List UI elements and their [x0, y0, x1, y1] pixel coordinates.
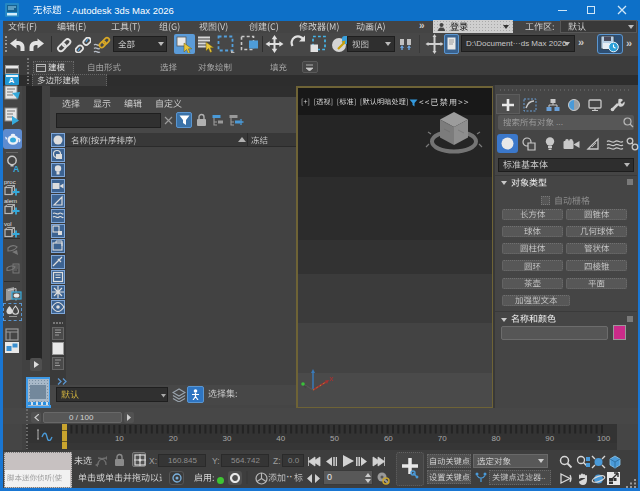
svg-text:A: A — [13, 164, 20, 173]
